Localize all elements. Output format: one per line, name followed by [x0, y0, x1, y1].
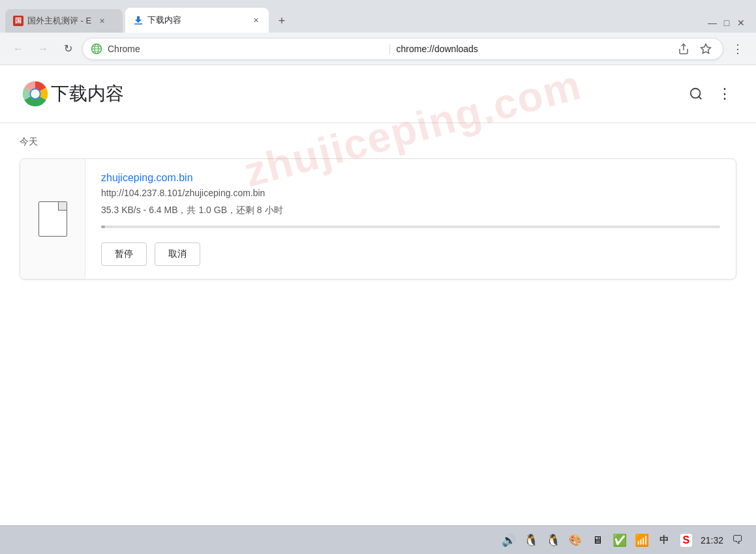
inactive-tab-title: 国外主机测评 - E	[27, 15, 91, 27]
usb-icon[interactable]: 🖥	[590, 532, 605, 548]
qq-icon-1[interactable]: 🐧	[523, 532, 539, 548]
progress-bar-fill	[101, 226, 105, 228]
downloads-page-title: 下载内容	[51, 81, 684, 106]
sougou-icon[interactable]: S	[678, 532, 694, 548]
window-controls: — □ ✕	[708, 18, 756, 33]
language-label: 中	[659, 534, 669, 546]
notification-button[interactable]: 🗨	[730, 532, 746, 548]
volume-symbol: 🔊	[502, 533, 516, 547]
downloads-content: 今天 zhujiceping.com.bin http://104.237.8.…	[0, 123, 756, 293]
back-button[interactable]: ←	[8, 38, 29, 59]
forward-button[interactable]: →	[33, 38, 53, 59]
check-icon[interactable]: ✅	[612, 532, 627, 548]
chrome-site-icon	[91, 43, 102, 55]
svg-rect-0	[134, 23, 142, 25]
active-tab-close[interactable]: ✕	[250, 15, 261, 25]
chrome-logo	[20, 78, 51, 109]
svg-marker-7	[701, 44, 711, 53]
wifi-icon[interactable]: 📶	[634, 532, 650, 548]
omnibox-chrome-label: Chrome	[108, 44, 380, 54]
omnibox-separator: |	[388, 43, 391, 55]
taskbar-clock: 21:32	[701, 535, 723, 546]
download-item: zhujiceping.com.bin http://104.237.8.101…	[20, 158, 736, 280]
header-actions: ⋮	[684, 82, 736, 106]
download-tab-icon	[133, 15, 144, 25]
taskbar-icons: 🔊 🐧 🐧 🎨 🖥 ✅ 📶 中 S 21:32 🗨	[501, 532, 746, 548]
downloads-header: 下载内容 ⋮	[0, 65, 756, 123]
progress-bar-container	[101, 226, 720, 228]
pause-button[interactable]: 暂停	[101, 242, 147, 266]
three-dots-icon: ⋮	[732, 42, 744, 56]
minimize-button[interactable]: —	[708, 18, 717, 27]
download-progress-info: 35.3 KB/s - 6.4 MB，共 1.0 GB，还剩 8 小时	[101, 205, 720, 216]
volume-icon[interactable]: 🔊	[501, 532, 517, 548]
download-actions: 暂停 取消	[101, 242, 720, 266]
inactive-tab-favicon: 国	[13, 16, 23, 26]
svg-line-12	[699, 96, 701, 99]
bookmark-button[interactable]	[697, 40, 715, 58]
inactive-tab[interactable]: 国 国外主机测评 - E ✕	[5, 9, 123, 33]
address-bar[interactable]: Chrome | chrome://downloads	[82, 38, 723, 60]
language-icon[interactable]: 中	[656, 532, 672, 548]
page-menu-button[interactable]: ⋮	[713, 82, 736, 106]
active-tab-title: 下载内容	[147, 14, 181, 26]
wifi-symbol: 📶	[635, 533, 649, 547]
browser-menu-button[interactable]: ⋮	[727, 38, 748, 59]
reload-icon: ↻	[64, 42, 72, 55]
search-button[interactable]	[684, 82, 708, 106]
color-grid-symbol: 🎨	[569, 534, 582, 546]
active-tab[interactable]: 下载内容 ✕	[125, 8, 269, 33]
color-grid-icon[interactable]: 🎨	[567, 532, 583, 548]
download-filename[interactable]: zhujiceping.com.bin	[101, 172, 720, 184]
back-icon: ←	[13, 43, 23, 55]
taskbar: 🔊 🐧 🐧 🎨 🖥 ✅ 📶 中 S 21:32 🗨	[0, 525, 756, 554]
qq-penguin-2: 🐧	[546, 533, 560, 547]
check-symbol: ✅	[612, 533, 627, 547]
inactive-tab-close[interactable]: ✕	[97, 16, 107, 26]
download-url: http://104.237.8.101/zhujiceping.com.bin	[101, 188, 720, 198]
download-details: zhujiceping.com.bin http://104.237.8.101…	[85, 159, 736, 279]
forward-icon: →	[38, 43, 48, 55]
usb-symbol: 🖥	[592, 534, 603, 546]
reload-button[interactable]: ↻	[57, 38, 78, 59]
omnibox-actions	[674, 40, 715, 58]
title-bar: 国 国外主机测评 - E ✕ 下载内容 ✕ + — □ ✕	[0, 0, 756, 33]
share-button[interactable]	[674, 40, 693, 58]
close-button[interactable]: ✕	[736, 18, 746, 27]
new-tab-button[interactable]: +	[270, 9, 294, 33]
page-content: 下载内容 ⋮ zhujiceping.com 今天 zhujiceping.co…	[0, 65, 756, 525]
omnibox-url: chrome://downloads	[397, 44, 669, 54]
sougou-label: S	[680, 534, 693, 547]
svg-point-10	[31, 89, 39, 98]
notification-icon: 🗨	[732, 533, 744, 547]
section-today-label: 今天	[20, 136, 736, 148]
page-menu-icon: ⋮	[718, 85, 732, 102]
browser-toolbar: ← → ↻ Chrome | chrome://downloads	[0, 33, 756, 65]
qq-icon-2[interactable]: 🐧	[545, 532, 561, 548]
cancel-button[interactable]: 取消	[155, 242, 200, 266]
file-icon	[38, 201, 67, 237]
download-file-icon-area	[20, 159, 85, 279]
maximize-button[interactable]: □	[722, 18, 731, 27]
qq-penguin-1: 🐧	[524, 533, 538, 547]
svg-point-11	[691, 89, 701, 98]
